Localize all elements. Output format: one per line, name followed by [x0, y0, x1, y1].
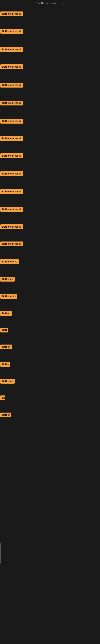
bottleneck-badge-24[interactable]: Bottler	[0, 412, 11, 418]
bottleneck-badge-3[interactable]: Bottleneck result	[0, 47, 23, 52]
bottleneck-item-20: Bottlen	[0, 344, 12, 350]
bottleneck-badge-4[interactable]: Bottleneck result	[0, 64, 23, 69]
bottleneck-item-1: Bottleneck result	[0, 12, 23, 17]
site-title: TheBottlenecker.com	[0, 0, 100, 6]
bottleneck-item-7: Bottleneck result	[0, 119, 23, 124]
bottleneck-item-15: Bottleneck re	[0, 259, 19, 265]
bottleneck-item-12: Bottleneck result	[0, 207, 23, 212]
bottleneck-item-3: Bottleneck result	[0, 47, 23, 53]
bottleneck-badge-18[interactable]: Bottlen	[0, 311, 12, 316]
bottleneck-item-13: Bottleneck result	[0, 224, 23, 230]
bottleneck-item-17: Bottleneck r	[0, 294, 17, 300]
page-wrapper: TheBottlenecker.com Bottleneck resultBot…	[0, 0, 100, 644]
bottleneck-badge-5[interactable]: Bottleneck result	[0, 83, 23, 88]
bottleneck-item-8: Bottleneck result	[0, 136, 23, 142]
bottleneck-badge-15[interactable]: Bottleneck re	[0, 259, 19, 264]
bottleneck-badge-16[interactable]: Bottlenec	[0, 277, 15, 282]
bottleneck-badge-20[interactable]: Bottlen	[0, 344, 12, 349]
bottleneck-badge-2[interactable]: Bottleneck result	[0, 29, 23, 34]
bottleneck-item-14: Bottleneck result	[0, 242, 23, 247]
bottleneck-badge-21[interactable]: Bottle	[0, 362, 10, 367]
bottleneck-badge-19[interactable]: Bott	[0, 328, 8, 332]
bottleneck-item-23: Bo	[0, 396, 5, 401]
bottleneck-badge-8[interactable]: Bottleneck result	[0, 136, 23, 141]
bottleneck-item-21: Bottle	[0, 362, 10, 368]
bottleneck-item-4: Bottleneck result	[0, 64, 23, 70]
bottleneck-badge-1[interactable]: Bottleneck result	[0, 12, 23, 16]
bottleneck-item-22: Bottlenec	[0, 379, 15, 384]
bottleneck-item-18: Bottlen	[0, 311, 12, 316]
bottleneck-item-11: Bottleneck result	[0, 189, 23, 195]
bottleneck-item-10: Bottleneck result	[0, 171, 23, 177]
bottleneck-item-2: Bottleneck result	[0, 29, 23, 34]
bottleneck-badge-22[interactable]: Bottlenec	[0, 379, 15, 384]
bottleneck-item-24: Bottler	[0, 412, 11, 418]
bottleneck-badge-9[interactable]: Bottleneck result	[0, 153, 23, 158]
bottleneck-badge-23[interactable]: Bo	[0, 396, 5, 400]
bottleneck-item-16: Bottlenec	[0, 277, 15, 282]
bottleneck-badge-6[interactable]: Bottleneck result	[0, 100, 23, 106]
bottleneck-badge-13[interactable]: Bottleneck result	[0, 224, 23, 229]
bottleneck-badge-12[interactable]: Bottleneck result	[0, 207, 23, 212]
bottleneck-badge-7[interactable]: Bottleneck result	[0, 119, 23, 124]
bottleneck-item-9: Bottleneck result	[0, 153, 23, 159]
bottleneck-badge-17[interactable]: Bottleneck r	[0, 294, 17, 299]
bottleneck-item-19: Bott	[0, 328, 8, 333]
bottleneck-badge-10[interactable]: Bottleneck result	[0, 171, 23, 176]
bottleneck-badge-14[interactable]: Bottleneck result	[0, 242, 23, 246]
bottleneck-item-6: Bottleneck result	[0, 100, 23, 106]
vertical-line	[0, 544, 1, 564]
bottleneck-item-5: Bottleneck result	[0, 83, 23, 88]
bottleneck-badge-11[interactable]: Bottleneck result	[0, 189, 23, 194]
